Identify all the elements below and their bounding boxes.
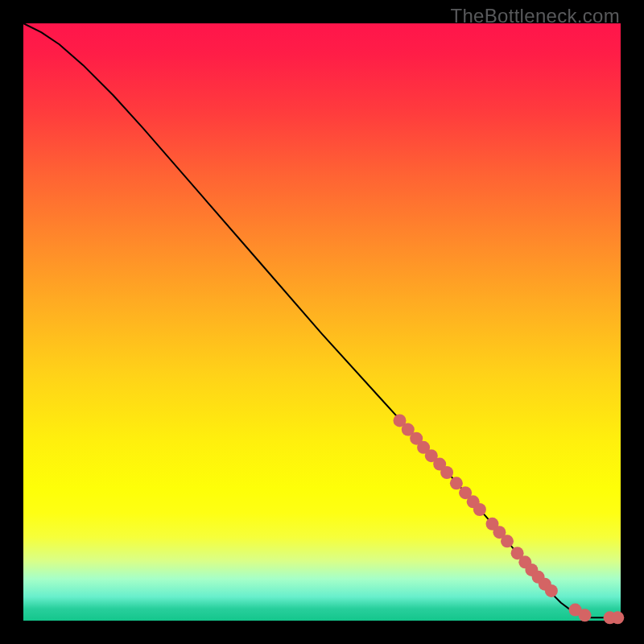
data-point (611, 611, 624, 624)
data-point (473, 503, 486, 516)
data-point (579, 609, 592, 621)
data-point (450, 477, 463, 489)
watermark-text: TheBottleneck.com (450, 5, 620, 27)
plot-area (23, 23, 621, 621)
marker-group (394, 414, 625, 624)
data-point (501, 535, 514, 547)
chart-frame: TheBottleneck.com (0, 0, 644, 644)
data-point (545, 584, 558, 597)
chart-svg (23, 23, 621, 621)
curve-line (23, 23, 621, 617)
data-point (440, 466, 453, 479)
